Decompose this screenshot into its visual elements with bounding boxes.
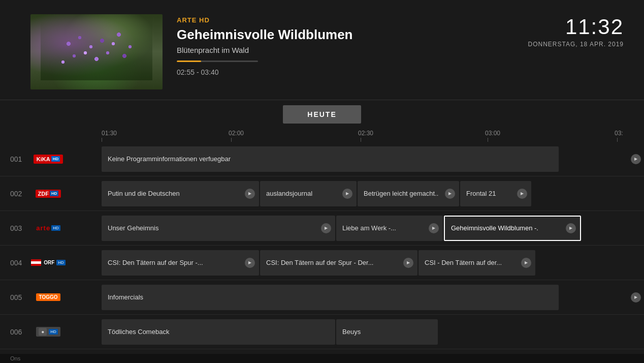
programs-area: Unser GeheimnisLiebe am Werk -...Geheimn… [102,211,644,245]
program-block[interactable]: Unser Geheimnis [102,216,335,241]
program-title: Geheimnisvolle Wildblumen [177,27,528,43]
heute-button[interactable]: HEUTE [283,105,361,124]
channel-meta: 004ORFHD [0,255,102,271]
program-block[interactable]: Beuys [336,319,438,345]
channel-logo: arteHD [30,220,66,236]
channel-number: 004 [10,259,25,267]
programs-area: CSI: Den Tätern auf der Spur -...CSI: De… [102,246,644,280]
program-nav-arrow[interactable] [566,223,576,233]
channel-name: ARTE HD [177,16,528,24]
channel-number: 006 [10,328,25,336]
channel-row: 005TOGGOInfomercials [0,280,644,315]
row-end-arrow[interactable] [631,292,641,302]
timeline-label-0: 01:30 [102,130,117,137]
channel-row: 001KiKAHDKeine Programminformationen ver… [0,142,644,176]
timeline: 01:30 02:00 02:30 03:00 03: [102,128,644,142]
program-nav-arrow[interactable] [429,223,439,233]
program-block[interactable]: Tödliches Comeback [102,319,335,345]
program-block-title: Putin und die Deutschen [108,190,242,197]
program-nav-arrow[interactable] [517,189,527,199]
channel-row: 002ZDFHDPutin und die Deutschenauslandsj… [0,176,644,211]
channel-logo: KiKAHD [30,151,66,167]
channel-list: 001KiKAHDKeine Programminformationen ver… [0,142,644,349]
clock-date: DONNERSTAG, 18 APR. 2019 [528,41,624,48]
program-nav-arrow[interactable] [321,223,331,233]
program-thumbnail [30,14,163,89]
program-block[interactable]: Putin und die Deutschen [102,181,259,206]
program-block[interactable]: auslandsjournal [260,181,357,206]
program-nav-arrow[interactable] [521,258,531,268]
program-block-title: Unser Geheimnis [108,224,318,232]
timeline-label-2: 02:30 [358,130,373,137]
program-block-title: CSI: Den Tätern auf der Spur -... [108,259,242,266]
program-nav-arrow[interactable] [445,189,455,199]
program-block-title: Infomercials [108,293,555,301]
programs-area: Putin und die DeutschenauslandsjournalBe… [102,176,644,210]
program-block-title: Frontal 21 [466,190,514,197]
program-time: 02:55 - 03:40 [177,68,528,76]
program-block-title: CSI - Den Tätern auf der... [425,259,518,266]
bottom-bar: Ons [0,354,644,363]
channel-meta: 006●HD [0,324,102,340]
program-block[interactable]: Geheimnisvolle Wildblumen -. [444,216,581,241]
program-subtitle: Blütenpracht im Wald [177,46,528,54]
channel-number: 002 [10,190,25,198]
bottom-text: Ons [10,355,20,361]
program-block-title: CSI: Den Tätern auf der Spur - Der... [266,259,400,266]
channel-number: 005 [10,293,25,301]
clock-time: 11:32 [528,16,624,38]
top-section: ARTE HD Geheimnisvolle Wildblumen Blüten… [0,0,644,100]
channel-row: 006●HDTödliches ComebackBeuys [0,315,644,349]
programs-area: Tödliches ComebackBeuys [102,315,644,349]
timeline-label-4: 03: [615,130,623,137]
heute-bar: HEUTE [0,100,644,128]
program-block-title: Geheimnisvolle Wildblumen -. [451,224,563,232]
program-block-title: Beuys [342,328,434,336]
progress-bar [177,60,258,62]
channel-meta: 002ZDFHD [0,186,102,202]
program-nav-arrow[interactable] [342,189,352,199]
channel-logo: ORFHD [30,255,66,271]
channel-number: 003 [10,224,25,232]
program-block-title: Betrügen leicht gemacht.. [364,190,442,197]
channel-number: 001 [10,155,25,163]
program-block[interactable]: CSI: Den Tätern auf der Spur -... [102,250,259,276]
program-info: ARTE HD Geheimnisvolle Wildblumen Blüten… [163,14,528,76]
channel-logo: ●HD [30,324,66,340]
program-block-title: Liebe am Werk -... [342,224,426,232]
program-block[interactable]: Infomercials [102,285,559,310]
program-block[interactable]: CSI: Den Tätern auf der Spur - Der... [260,250,417,276]
program-block-title: Tödliches Comeback [108,328,331,336]
program-block[interactable]: Betrügen leicht gemacht.. [358,181,459,206]
program-block[interactable]: Frontal 21 [460,181,531,206]
channel-row: 003arteHDUnser GeheimnisLiebe am Werk -.… [0,211,644,246]
timeline-label-1: 02:00 [229,130,244,137]
program-nav-arrow[interactable] [245,189,255,199]
channel-meta: 005TOGGO [0,289,102,306]
channel-logo: ZDFHD [30,186,66,202]
epg-section: HEUTE 01:30 02:00 02:30 03:00 03: 001KiK… [0,100,644,349]
channel-meta: 001KiKAHD [0,151,102,167]
program-block[interactable]: Keine Programminformationen verfuegbar [102,146,559,172]
clock-section: 11:32 DONNERSTAG, 18 APR. 2019 [528,14,624,48]
channel-row: 004ORFHDCSI: Den Tätern auf der Spur -..… [0,246,644,280]
program-block[interactable]: CSI - Den Tätern auf der... [418,250,535,276]
programs-area: Infomercials [102,280,644,314]
progress-fill [177,60,201,62]
channel-meta: 003arteHD [0,220,102,236]
timeline-label-3: 03:00 [485,130,500,137]
channel-logo: TOGGO [30,289,66,306]
program-nav-arrow[interactable] [403,258,413,268]
row-end-arrow[interactable] [631,154,641,164]
programs-area: Keine Programminformationen verfuegbar [102,142,644,176]
program-block-title: Keine Programminformationen verfuegbar [108,155,555,163]
program-block-title: auslandsjournal [266,190,339,197]
program-nav-arrow[interactable] [245,258,255,268]
program-block[interactable]: Liebe am Werk -... [336,216,443,241]
